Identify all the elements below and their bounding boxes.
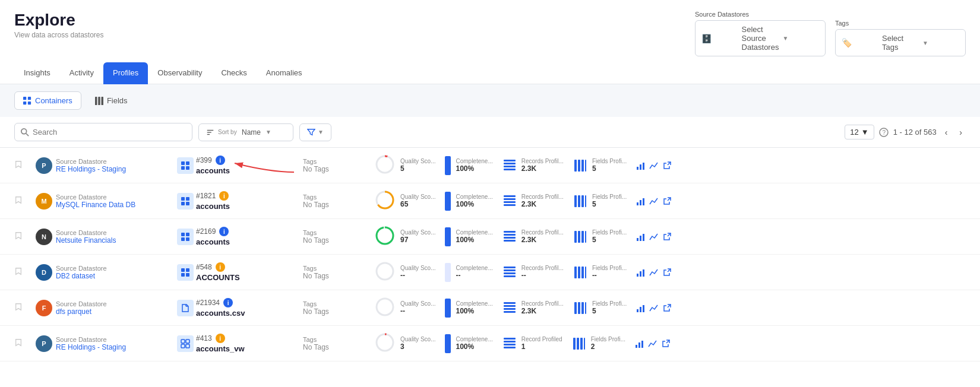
fields-profiled-icon[interactable] — [573, 194, 587, 208]
bar-chart-icon[interactable] — [636, 196, 646, 206]
tab-anomalies[interactable]: Anomalies — [257, 62, 312, 84]
completeness-bar — [445, 156, 451, 175]
tab-checks[interactable]: Checks — [211, 62, 256, 84]
bar-chart-icon[interactable] — [636, 232, 646, 242]
svg-rect-87 — [504, 308, 516, 310]
table-name[interactable]: ACCOUNTS — [196, 273, 303, 282]
external-link-icon[interactable] — [662, 268, 672, 277]
records-profiled-icon[interactable] — [502, 265, 517, 280]
table-name[interactable]: accounts — [196, 237, 303, 246]
line-chart-icon[interactable] — [649, 232, 659, 242]
line-chart-icon[interactable] — [649, 196, 659, 206]
tab-profiles[interactable]: Profiles — [103, 62, 148, 84]
svg-rect-6 — [101, 97, 103, 105]
bar-chart-icon[interactable] — [635, 339, 644, 348]
completeness-info: Completene... 100% — [456, 229, 492, 244]
source-datastore-name[interactable]: dfs parquet — [56, 307, 175, 316]
svg-rect-40 — [504, 201, 516, 203]
svg-rect-75 — [574, 267, 577, 278]
fields-button[interactable]: Fields — [86, 91, 137, 110]
search-input[interactable] — [33, 128, 186, 137]
svg-rect-57 — [504, 237, 516, 239]
table-name[interactable]: accounts — [196, 202, 303, 211]
external-link-icon[interactable] — [661, 339, 671, 348]
records-profiled-icon[interactable] — [502, 301, 517, 315]
tab-insights[interactable]: Insights — [14, 62, 60, 84]
bookmark-icon[interactable] — [14, 338, 32, 348]
bar-chart-icon[interactable] — [636, 268, 646, 277]
svg-rect-77 — [581, 267, 584, 278]
table-id-name: #413 i accounts_vw — [196, 334, 303, 353]
source-datastore-name[interactable]: RE Holdings - Staging — [56, 165, 175, 173]
bookmark-icon[interactable] — [14, 231, 32, 242]
source-datastore-name[interactable]: Netsuite Financials — [56, 236, 175, 245]
svg-rect-24 — [504, 169, 516, 170]
tab-observability[interactable]: Observability — [148, 62, 211, 84]
quality-score-group: Quality Sco... 65 — [374, 189, 435, 212]
tags-dropdown[interactable]: 🏷️ Select Tags ▼ — [835, 29, 966, 56]
svg-rect-69 — [186, 273, 189, 277]
svg-rect-1 — [28, 97, 31, 100]
table-name[interactable]: accounts.csv — [196, 309, 303, 318]
bookmark-icon[interactable] — [14, 196, 32, 206]
records-profiled-icon[interactable] — [502, 337, 517, 351]
line-chart-icon[interactable] — [649, 161, 659, 170]
source-datastore-name[interactable]: RE Holdings - Staging — [56, 343, 175, 351]
next-page-button[interactable]: › — [956, 125, 966, 139]
header: Explore View data across datastores Sour… — [0, 0, 980, 62]
line-chart-icon[interactable] — [649, 268, 659, 277]
fields-profiled-icon[interactable] — [573, 265, 587, 280]
bar-chart-icon[interactable] — [636, 303, 646, 313]
sort-icon — [206, 128, 214, 137]
records-profiled-icon[interactable] — [502, 158, 517, 173]
quality-score-group: Quality Sco... 3 — [374, 332, 435, 355]
containers-button[interactable]: Containers — [14, 91, 81, 110]
fields-profiled-icon[interactable] — [573, 158, 587, 173]
tab-activity[interactable]: Activity — [60, 62, 103, 84]
external-link-icon[interactable] — [662, 196, 672, 206]
source-datastore-name[interactable]: DB2 dataset — [56, 272, 175, 280]
svg-rect-43 — [578, 195, 580, 207]
tags-column-value: No Tags — [303, 165, 374, 173]
records-profiled-icon[interactable] — [502, 194, 517, 208]
prev-page-button[interactable]: ‹ — [941, 125, 951, 139]
records-profiled-info: Records Profil... 2.3K — [521, 158, 564, 173]
sort-by-button[interactable]: Sort by Name ▼ — [198, 123, 293, 141]
info-badge[interactable]: i — [219, 227, 229, 236]
svg-rect-94 — [640, 307, 641, 312]
fields-profiled-icon[interactable] — [572, 337, 586, 351]
completeness-label: Completene... — [456, 229, 492, 236]
bookmark-icon[interactable] — [14, 303, 32, 313]
search-box[interactable] — [14, 123, 192, 141]
line-chart-icon[interactable] — [648, 339, 657, 348]
records-profiled-icon[interactable] — [502, 230, 517, 244]
fields-profiled-group: Fields Profi... 5 — [573, 229, 627, 244]
svg-rect-22 — [504, 163, 516, 164]
info-badge[interactable]: i — [223, 298, 233, 307]
table-id-name: #1821 i accounts — [196, 191, 303, 211]
source-datastores-dropdown[interactable]: 🗄️ Select Source Datastores ▼ — [695, 20, 826, 56]
tags-column-label: Tags — [303, 194, 374, 201]
page-size-select[interactable]: 12 ▼ — [845, 125, 874, 139]
external-link-icon[interactable] — [662, 161, 672, 170]
bookmark-icon[interactable] — [14, 160, 32, 170]
filter-button[interactable]: ▼ — [299, 123, 331, 141]
info-badge[interactable]: i — [216, 262, 225, 272]
records-profiled-group: Record Profiled 1 — [502, 336, 562, 351]
fields-profiled-icon[interactable] — [573, 301, 587, 315]
external-link-icon[interactable] — [662, 303, 672, 313]
bookmark-icon[interactable] — [14, 267, 32, 277]
svg-rect-60 — [578, 231, 580, 243]
svg-point-19 — [377, 156, 393, 173]
fields-profiled-value: 5 — [592, 164, 627, 173]
bar-chart-icon[interactable] — [636, 161, 646, 170]
external-link-icon[interactable] — [662, 232, 672, 242]
table-name[interactable]: accounts_vw — [196, 344, 303, 353]
svg-rect-4 — [95, 97, 97, 105]
ds-logo: F — [32, 300, 56, 316]
line-chart-icon[interactable] — [649, 303, 659, 313]
info-badge[interactable]: i — [216, 334, 225, 343]
fields-profiled-icon[interactable] — [573, 230, 587, 244]
source-datastore-name[interactable]: MySQL Finance Data DB — [56, 201, 175, 209]
info-badge[interactable]: i — [219, 191, 229, 201]
